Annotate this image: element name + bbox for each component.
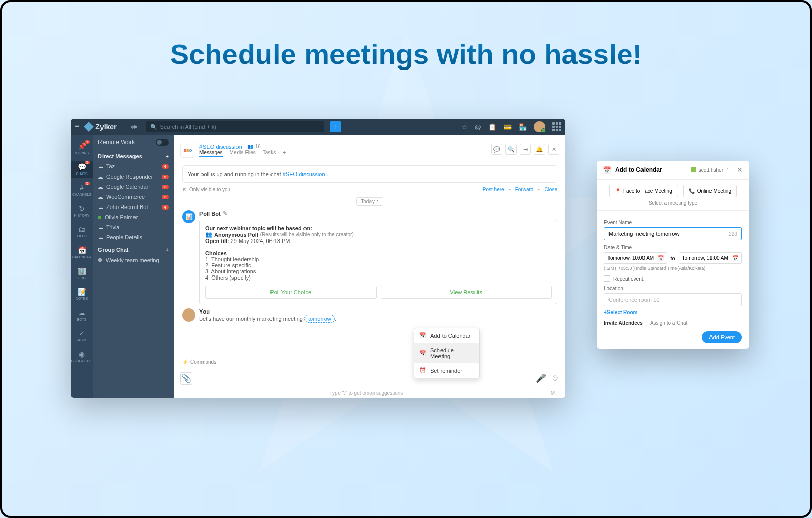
iconbar-channels[interactable]: #CHANNELS5: [71, 182, 93, 198]
calendar-icon: 📅: [419, 332, 426, 339]
location-input[interactable]: Conference room 10: [604, 293, 742, 306]
exit-icon[interactable]: ⇥: [520, 144, 531, 155]
menu-icon[interactable]: ≡: [75, 122, 79, 131]
dm-item[interactable]: ☁Google Calendar2: [93, 182, 174, 192]
emoji-icon[interactable]: ☺: [551, 373, 559, 383]
poll-choice: 1. Thought leadership: [205, 256, 552, 262]
clipboard-icon[interactable]: 📋: [488, 123, 496, 131]
search-icon: 🔍: [150, 124, 157, 130]
iconbar-bots[interactable]: ☁BOTS: [71, 306, 93, 323]
ctx-set-reminder[interactable]: ⏰Set reminder: [414, 363, 479, 378]
at-icon[interactable]: @: [475, 123, 481, 131]
iconbar-notes[interactable]: 📝NOTES: [71, 286, 93, 302]
poll-notice: Your poll is up and running in the chat …: [182, 165, 557, 183]
calendar-icon: 📅: [419, 350, 426, 357]
emoji-hint: Type ":" to get emoji suggestionsM↓: [174, 388, 565, 398]
bell-icon[interactable]: 🔔: [534, 144, 545, 155]
ctx-add-calendar[interactable]: 📅Add to Calendar: [414, 328, 479, 343]
store-icon[interactable]: 🏪: [519, 123, 527, 131]
topbar: ≡ Zylker 🕪 🔍Search in All (cmd + k) + ☆ …: [71, 119, 565, 135]
add-dm-icon[interactable]: +: [166, 153, 169, 159]
poll-choice: 2. Feature-specific: [205, 262, 552, 268]
tab-messages[interactable]: Messages: [199, 150, 223, 157]
sidepanel: Remote Work Direct Messages+ ☁Taz4☁Googl…: [93, 135, 174, 398]
brand: Zylker: [85, 123, 116, 131]
iconbar-tasks[interactable]: ✓TASKS: [71, 327, 93, 344]
add-button[interactable]: +: [330, 121, 341, 132]
dm-item[interactable]: ☁WooCommerce2: [93, 192, 174, 202]
chat-tabs: Messages Media Files Tasks +: [199, 150, 286, 157]
close-notice[interactable]: Close: [544, 187, 557, 192]
tab-media[interactable]: Media Files: [230, 150, 256, 157]
tab-online-meeting[interactable]: 📞Online Meeting: [683, 185, 737, 197]
poll-choice: 3. About integrations: [205, 268, 552, 274]
attach-button[interactable]: 📎: [180, 372, 192, 385]
mic-icon[interactable]: 🎤: [536, 373, 546, 383]
tomorrow-tag[interactable]: tomorrow: [304, 315, 335, 323]
group-section-header: Group Chat+: [93, 243, 174, 255]
iconbar-files[interactable]: 🗂FILES: [71, 223, 93, 240]
toggle[interactable]: [156, 139, 169, 146]
poll-choice: 4. Others (specify): [205, 274, 552, 281]
repeat-checkbox[interactable]: Repeat event: [604, 275, 742, 282]
dm-item[interactable]: ☁People Details: [93, 232, 174, 243]
group-item[interactable]: ⊚Weekly team meeting: [93, 255, 174, 265]
tab-add[interactable]: +: [283, 150, 286, 157]
search-chat-icon[interactable]: 🔍: [505, 144, 517, 155]
tab-tasks[interactable]: Tasks: [263, 150, 276, 157]
close-chat-icon[interactable]: ✕: [548, 144, 559, 155]
channel-avatar: SEO: [180, 143, 195, 158]
date-to-input[interactable]: Tomorrow, 11:00 AM📅: [679, 252, 742, 264]
forward[interactable]: Forward: [515, 187, 534, 192]
dm-item[interactable]: ☁Zoho Recruit Bot4: [93, 202, 174, 212]
channel-name[interactable]: #SEO discussion: [199, 144, 242, 150]
notice-link[interactable]: #SEO discussion: [283, 171, 325, 177]
ctx-schedule-meeting[interactable]: 📅Schedule Meeting: [414, 343, 479, 363]
add-to-calendar-modal: 📅 Add to Calendar scott.fisher˅ ✕ 📍Face …: [597, 161, 749, 349]
search-input[interactable]: 🔍Search in All (cmd + k): [146, 121, 324, 132]
date-pill[interactable]: Today ˅: [356, 197, 383, 206]
date-from-input[interactable]: Tomorrow, 10:00 AM📅: [604, 252, 667, 264]
calendar-user-select[interactable]: scott.fisher˅: [691, 167, 729, 173]
people-count[interactable]: 👥16: [247, 144, 261, 149]
edit-icon[interactable]: ✎: [223, 210, 227, 217]
wallet-icon[interactable]: 💳: [503, 123, 512, 131]
workspace-selector[interactable]: Remote Work: [93, 135, 174, 149]
select-room-link[interactable]: +Select Room: [604, 309, 742, 315]
dm-item[interactable]: ☁Taz4: [93, 161, 174, 171]
hero-title: Schedule meetings with no hassle!: [170, 38, 642, 71]
you-avatar: [182, 308, 195, 322]
close-icon[interactable]: ✕: [737, 166, 743, 174]
dm-item[interactable]: ☁Google Responder9: [93, 171, 174, 182]
tab-face-to-face[interactable]: 📍Face to Face Meeting: [609, 185, 678, 197]
add-event-button[interactable]: Add Event: [702, 331, 742, 343]
apps-grid-icon[interactable]: [552, 122, 561, 131]
post-here[interactable]: Post here: [483, 187, 504, 192]
chat-icon[interactable]: 💬: [491, 144, 502, 155]
commands-row[interactable]: ⚡Commands: [174, 356, 565, 368]
poll-choice-button[interactable]: Poll Your Choice: [205, 286, 377, 299]
iconbar-my pins[interactable]: 📌MY PINS1: [71, 140, 93, 157]
iconbar: 📌MY PINS1💬CHATS5#CHANNELS5↻HISTORY🗂FILES…: [71, 135, 93, 398]
pollbot-message: 📊 Poll Bot✎ Our next webinar topic will …: [182, 210, 557, 304]
user-avatar[interactable]: [534, 121, 545, 132]
app-body: 📌MY PINS1💬CHATS5#CHANNELS5↻HISTORY🗂FILES…: [71, 135, 565, 398]
timezone[interactable]: ( GMT +05:30 ) India Standard Time(Asia/…: [604, 266, 705, 271]
event-name-input[interactable]: Marketing meeting tomorrow229: [604, 227, 742, 240]
dm-item[interactable]: ☁Trivia: [93, 222, 174, 232]
iconbar-history[interactable]: ↻HISTORY: [71, 202, 93, 219]
add-group-icon[interactable]: +: [166, 247, 169, 253]
lightning-icon: ⚡: [182, 359, 188, 365]
iconbar-org[interactable]: 🏢ORG: [71, 265, 93, 282]
speaker-icon[interactable]: 🕪: [131, 123, 137, 130]
iconbar-chats[interactable]: 💬CHATS5: [71, 161, 93, 178]
dm-item[interactable]: Olivia Palmer: [93, 212, 174, 222]
assign-to-chat[interactable]: Assign to a Chat: [650, 320, 687, 326]
star-icon[interactable]: ☆: [461, 123, 467, 131]
iconbar-google d...[interactable]: ◉GOOGLE D...: [71, 348, 93, 365]
location-icon: 📍: [615, 188, 621, 194]
chat-header: SEO #SEO discussion 👥16 Messages Media F…: [174, 135, 565, 160]
view-results-button[interactable]: View Results: [381, 286, 552, 299]
iconbar-calendar[interactable]: 📅CALENDAR: [71, 244, 93, 261]
you-message: You Let's have our monthly marketing mee…: [182, 308, 557, 322]
